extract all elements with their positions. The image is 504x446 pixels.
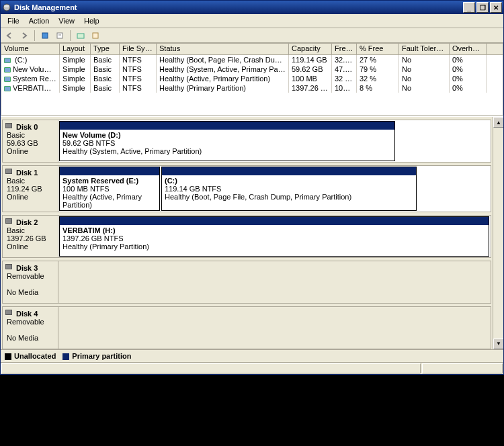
volume-free: 32.76 ... (332, 55, 357, 64)
refresh-button[interactable] (39, 30, 51, 42)
disk-row[interactable]: Disk 3RemovableNo Media (2, 261, 491, 304)
properties-button[interactable] (54, 30, 66, 42)
help-button[interactable] (89, 30, 101, 42)
disk-type: Removable (7, 272, 54, 280)
col-overhead[interactable]: Overhead (450, 44, 487, 54)
disk-info[interactable]: Disk 3RemovableNo Media (2, 261, 58, 304)
vertical-scrollbar[interactable]: ▲ ▼ (493, 117, 503, 349)
volume-layout: Simple (60, 64, 91, 74)
volume-capacity: 119.14 GB (289, 55, 332, 64)
volume-row[interactable]: (C:)SimpleBasicNTFSHealthy (Boot, Page F… (1, 55, 503, 64)
partition[interactable]: VERBATIM (H:)1397.26 GB NTFSHealthy (Pri… (59, 216, 489, 257)
volume-name: New Volume (D:) (13, 65, 60, 73)
volume-row[interactable]: VERBATIM (H:)SimpleBasicNTFSHealthy (Pri… (1, 83, 503, 93)
settings-button[interactable] (75, 30, 87, 42)
volume-fs: NTFS (120, 74, 157, 83)
disk-graphical-view[interactable]: Disk 0Basic59.63 GBOnlineNew Volume (D:)… (1, 117, 493, 349)
partition[interactable]: New Volume (D:)59.62 GB NTFSHealthy (Sys… (59, 121, 395, 161)
disk-type: Basic (7, 131, 54, 139)
col-layout[interactable]: Layout (60, 44, 91, 54)
volume-status: Healthy (System, Active, Primary Partiti… (157, 64, 289, 74)
svg-rect-5 (77, 34, 84, 38)
volume-list[interactable]: Volume Layout Type File System Status Ca… (1, 43, 503, 116)
disk-row[interactable]: Disk 2Basic1397.26 GBOnlineVERBATIM (H:)… (2, 215, 491, 258)
legend-unallocated: Unallocated (5, 352, 56, 360)
partition-sub: 119.14 GB NTFS (165, 185, 413, 193)
partition-header (162, 167, 416, 175)
volume-capacity: 100 MB (289, 74, 332, 83)
disk-name: Disk 1 (16, 169, 54, 177)
titlebar[interactable]: Disk Management _ ❐ ✕ (1, 1, 503, 14)
volume-overhead: 0% (450, 74, 487, 83)
col-freespace[interactable]: Free S... (332, 44, 357, 54)
scroll-down-button[interactable]: ▼ (493, 339, 503, 349)
partition[interactable]: (C:)119.14 GB NTFSHealthy (Boot, Page Fi… (161, 167, 417, 211)
volume-pctfree: 32 % (357, 74, 399, 83)
minimize-button[interactable]: _ (463, 2, 475, 13)
volume-type: Basic (91, 55, 120, 64)
disk-name: Disk 3 (16, 264, 54, 272)
svg-rect-6 (93, 33, 98, 38)
disk-row[interactable]: Disk 0Basic59.63 GBOnlineNew Volume (D:)… (2, 120, 491, 163)
volume-pctfree: 79 % (357, 64, 399, 74)
col-capacity[interactable]: Capacity (289, 44, 332, 54)
restore-button[interactable]: ❐ (476, 2, 489, 13)
disk-state: No Media (7, 334, 54, 342)
col-filesystem[interactable]: File System (120, 44, 157, 54)
disk-partitions: System Reserved (E:)100 MB NTFSHealthy (… (58, 165, 491, 212)
volume-row[interactable]: System Reserv...SimpleBasicNTFSHealthy (… (1, 74, 503, 83)
volume-icon (4, 86, 11, 91)
col-status[interactable]: Status (157, 44, 289, 54)
volume-fs: NTFS (120, 55, 157, 64)
disk-type: Removable (7, 318, 54, 326)
close-button[interactable]: ✕ (490, 2, 502, 13)
partition-header (60, 217, 489, 225)
disk-state: Online (7, 193, 54, 201)
disk-row[interactable]: Disk 4RemovableNo Media (2, 306, 491, 349)
volume-status: Healthy (Primary Partition) (157, 83, 289, 93)
disk-info[interactable]: Disk 2Basic1397.26 GBOnline (2, 215, 58, 258)
disk-type: Basic (7, 226, 54, 234)
content-area: Volume Layout Type File System Status Ca… (1, 43, 503, 374)
disk-size: 59.63 GB (7, 139, 54, 147)
disk-icon (5, 218, 12, 224)
volume-layout: Simple (60, 83, 91, 93)
volume-status: Healthy (Active, Primary Partition) (157, 74, 289, 83)
disk-row[interactable]: Disk 1Basic119.24 GBOnlineSystem Reserve… (2, 165, 491, 212)
volume-ft: No (399, 74, 450, 83)
menu-action[interactable]: Action (25, 15, 54, 26)
disk-icon (5, 310, 12, 315)
partition-title: (C:) (165, 177, 413, 185)
menu-file[interactable]: File (3, 15, 24, 26)
partition-status: Healthy (Active, Primary Partition) (62, 193, 157, 209)
disk-state: Online (7, 147, 54, 155)
volume-free: 47.16 ... (332, 64, 357, 74)
scroll-up-button[interactable]: ▲ (493, 117, 503, 128)
col-volume[interactable]: Volume (1, 44, 60, 54)
col-type[interactable]: Type (91, 44, 120, 54)
menu-view[interactable]: View (54, 15, 79, 26)
col-fault-tolerance[interactable]: Fault Tolerance (399, 44, 450, 54)
disk-info[interactable]: Disk 4RemovableNo Media (2, 306, 58, 349)
statusbar (1, 362, 503, 374)
volume-row[interactable]: New Volume (D:)SimpleBasicNTFSHealthy (S… (1, 64, 503, 74)
legend-primary: Primary partition (62, 352, 131, 360)
back-button[interactable] (3, 30, 15, 42)
disk-management-window: Disk Management _ ❐ ✕ File Action View H… (0, 0, 504, 375)
volume-type: Basic (91, 74, 120, 83)
disk-info[interactable]: Disk 0Basic59.63 GBOnline (2, 120, 58, 163)
disk-info[interactable]: Disk 1Basic119.24 GBOnline (2, 165, 58, 212)
col-pctfree[interactable]: % Free (357, 44, 399, 54)
partition[interactable]: System Reserved (E:)100 MB NTFSHealthy (… (59, 167, 160, 211)
partition-title: VERBATIM (H:) (62, 226, 486, 234)
menu-help[interactable]: Help (80, 15, 103, 26)
partition-header (60, 122, 394, 130)
volume-overhead: 0% (450, 55, 487, 64)
forward-button[interactable] (18, 30, 30, 42)
volume-status: Healthy (Boot, Page File, Crash Dump, Pr… (157, 55, 289, 64)
disk-state: No Media (7, 288, 54, 296)
svg-rect-2 (42, 33, 48, 38)
partition-sub: 59.62 GB NTFS (62, 139, 392, 147)
window-title: Disk Management (14, 3, 77, 11)
disk-icon (5, 123, 12, 128)
